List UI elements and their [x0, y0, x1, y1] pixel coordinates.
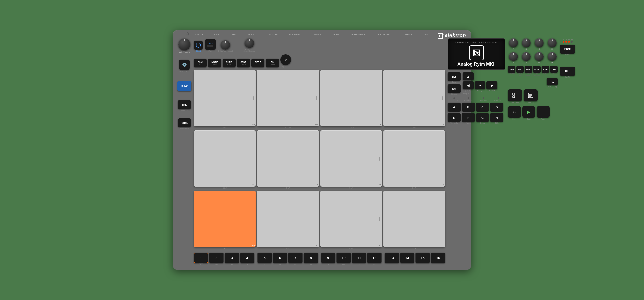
label-rscp-bt: RS/CP BT — [248, 34, 258, 36]
direct-start-group: Direct Start — [462, 97, 476, 101]
pad-12[interactable]: CB — [383, 70, 445, 126]
indicator-group: 1:4 2:4 3:4 4:4 — [562, 38, 574, 43]
step-6[interactable]: 6 — [273, 253, 287, 263]
step-9[interactable]: 9 — [321, 253, 336, 263]
song-button[interactable]: PERF Song — [252, 59, 264, 67]
no-text: NO — [452, 87, 456, 90]
direct-button[interactable] — [194, 41, 203, 50]
step-5[interactable]: 5 — [258, 253, 272, 263]
pad-7[interactable]: MT — [320, 130, 382, 187]
paste-button[interactable]: □ — [537, 106, 550, 117]
copy-button[interactable]: ○ — [508, 106, 521, 117]
device-body: Main Out Ext In BD SD RS/CP BT LT MT/HT … — [173, 30, 471, 270]
pattern-a-button[interactable]: A — [448, 103, 461, 111]
fltr-button[interactable]: FLTR — [533, 66, 541, 73]
kit-button[interactable]: PLAY Kit — [194, 59, 207, 67]
yes-button[interactable]: YES — [448, 72, 461, 81]
knob-a[interactable] — [509, 38, 518, 47]
pattern-c-button[interactable]: C — [476, 103, 489, 111]
pad-4[interactable]: CP — [383, 191, 445, 247]
retrig-up-button[interactable]: ▲ — [463, 72, 474, 80]
step-13[interactable]: 13 — [384, 253, 399, 263]
pad-2[interactable]: SD — [257, 191, 319, 247]
mute-label: Mute — [208, 50, 212, 52]
knob-g[interactable] — [535, 52, 544, 61]
paste-label: Paste — [541, 118, 545, 120]
knob-b[interactable] — [522, 38, 531, 47]
rtrg-button[interactable]: RTRG — [178, 118, 191, 127]
amp-button[interactable]: AMP — [542, 66, 549, 73]
pattern-h-button[interactable]: H — [490, 113, 503, 122]
knob-h-group: H — [546, 52, 558, 64]
trk-button[interactable]: TRK — [178, 100, 191, 109]
fill-button[interactable]: FILL — [560, 67, 575, 76]
pattern-f-button[interactable]: F — [462, 113, 475, 122]
yes-group: YES Save — [448, 72, 461, 83]
step-3-group: 3 RS — [224, 253, 239, 265]
src-button[interactable]: SRC — [516, 66, 524, 73]
pattern-e-group: E Trig Mute — [448, 113, 461, 124]
pad-10[interactable]: OH — [257, 70, 319, 126]
pattern-g-button[interactable]: G — [476, 113, 489, 122]
fx-button[interactable]: FX — [546, 78, 558, 85]
knob-e-group: E — [508, 52, 519, 64]
lfo-button[interactable]: LFO — [550, 66, 558, 73]
knob-c[interactable] — [535, 38, 544, 47]
pad-9[interactable]: CH — [194, 70, 256, 126]
step-8[interactable]: 8 — [304, 253, 318, 263]
clear-button[interactable]: ▶ — [522, 106, 535, 117]
main-volume-knob[interactable] — [178, 38, 190, 50]
knob-d[interactable] — [548, 38, 556, 47]
sequential-group: Sequential — [448, 97, 461, 101]
new-chain-button[interactable] — [508, 89, 522, 101]
pad-11[interactable]: CY — [320, 70, 382, 126]
pad-1[interactable]: BD — [194, 191, 256, 247]
step-15-group: 15 — [416, 253, 430, 265]
setup-button[interactable]: FIX Setup — [266, 59, 279, 67]
pattern-b-button[interactable]: B — [462, 103, 475, 111]
tap-tempo-button[interactable]: ↻ — [280, 54, 291, 65]
step-12[interactable]: 12 — [367, 253, 382, 263]
quick-perf-knob[interactable] — [221, 40, 230, 50]
save-project-button[interactable]: ⚙️ — [179, 60, 190, 70]
edit-song-button[interactable] — [524, 89, 538, 101]
step-11[interactable]: 11 — [352, 253, 366, 263]
arrow-mid-row: ◀ μTime - ▼ Retrig - ▶ — [463, 81, 498, 91]
track-button[interactable]: CHRO Track — [222, 59, 236, 67]
step-4[interactable]: 4 — [240, 253, 254, 263]
edit-song-icon — [528, 93, 534, 98]
mute-encoder[interactable]: QPER — [205, 39, 216, 50]
utime-minus-button[interactable]: ◀ — [463, 81, 474, 89]
pad-5[interactable]: BT — [194, 130, 256, 187]
page-button[interactable]: PAGE — [560, 45, 575, 54]
pattern-e-button[interactable]: E — [448, 113, 461, 122]
knob-h[interactable] — [548, 52, 556, 61]
sound-button[interactable]: MUTE Sound — [208, 59, 221, 67]
pad-3[interactable]: RS — [320, 191, 382, 247]
step-3[interactable]: 3 — [224, 253, 239, 263]
step-15[interactable]: 15 — [416, 253, 430, 263]
knob-f-group: F — [521, 52, 532, 64]
track-level-knob[interactable] — [245, 38, 254, 48]
step-2[interactable]: 2 — [209, 253, 224, 263]
no-button[interactable]: NO — [448, 84, 461, 93]
pad-8[interactable]: HT — [383, 130, 445, 187]
smpl-button[interactable]: SMPL — [525, 66, 532, 73]
step-16[interactable]: 16 — [431, 253, 445, 263]
knob-e[interactable] — [509, 52, 518, 61]
pad-6[interactable]: LT — [257, 130, 319, 187]
pattern-button[interactable]: SCNE Pattern — [237, 59, 250, 67]
step-1[interactable]: 1 — [194, 253, 208, 263]
utime-plus-button[interactable]: ▶ — [486, 81, 498, 89]
step-14[interactable]: 14 — [400, 253, 414, 263]
step-10[interactable]: 10 — [336, 253, 351, 263]
func-button[interactable]: FUNC — [178, 81, 191, 91]
retrig-down-button[interactable]: ▼ — [474, 81, 486, 89]
step-7[interactable]: 7 — [288, 253, 302, 263]
pattern-d-button[interactable]: D — [490, 103, 503, 111]
pads-top-row: CH 9 CH OH 10 OH CY 11 CY — [194, 70, 445, 129]
knob-f[interactable] — [522, 52, 531, 61]
trig-button[interactable]: TRIG — [508, 66, 515, 73]
save-kit-label: Save Kit — [181, 109, 188, 111]
save-project-group: ⚙️ Save Project — [179, 60, 190, 72]
